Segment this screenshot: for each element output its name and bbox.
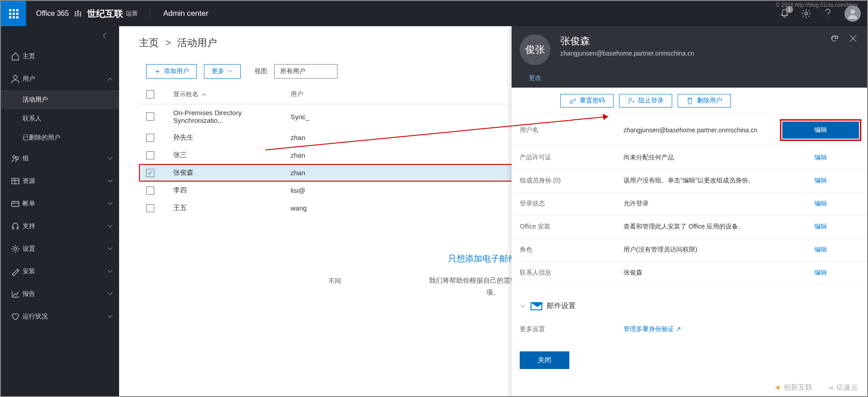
detail-name: 张俊森 [560, 34, 694, 48]
sidebar-item-support[interactable]: 支持 [1, 215, 119, 238]
add-user-button[interactable]: ＋ 添加用户 [146, 64, 197, 79]
block-icon [628, 97, 635, 104]
sidebar-label: 用户 [23, 75, 101, 83]
chevron-down-icon [107, 201, 113, 206]
header-name[interactable]: 显示姓名 [173, 90, 291, 98]
button-label: 阻止登录 [638, 97, 664, 105]
sidebar-label: 安装 [23, 267, 101, 276]
edit-link[interactable]: 编辑 [782, 269, 859, 277]
edit-link[interactable]: 编辑 [782, 177, 859, 185]
sidebar-item-users[interactable]: 用户 [1, 68, 119, 90]
billing-icon [11, 199, 20, 208]
row-checkbox[interactable] [146, 204, 154, 212]
groups-icon [11, 154, 20, 163]
row-checkbox[interactable] [146, 112, 154, 121]
gear-icon [11, 244, 20, 253]
sidebar: 主页 用户 活动用户 联系人 已删除的用户 组 资源 帐单 [1, 26, 119, 396]
row-checkbox[interactable] [146, 187, 154, 195]
brand-o365: Office 365 [36, 9, 69, 18]
more-button[interactable]: 更多 [204, 64, 241, 79]
chevron-down-icon [107, 314, 113, 319]
sidebar-item-setup[interactable]: 安装 [1, 260, 119, 283]
row-name: On-Premises Directory Synchronizatio... [173, 109, 291, 124]
row-checkbox[interactable] [146, 151, 154, 159]
sidebar-sub-deleted-users[interactable]: 已删除的用户 [1, 128, 119, 147]
row-checkbox[interactable]: ✓ [146, 169, 154, 177]
sidebar-item-home[interactable]: 主页 [1, 45, 119, 68]
svg-point-4 [16, 157, 18, 159]
sidebar-item-reports[interactable]: 报告 [1, 283, 119, 305]
manage-mfa-link[interactable]: 管理多重身份验证↗ [623, 325, 681, 332]
user-icon [11, 75, 20, 84]
button-label: 删除用户 [697, 97, 722, 105]
reset-password-button[interactable]: 重置密码 [560, 94, 614, 107]
edit-link[interactable]: 编辑 [782, 121, 859, 139]
close-icon[interactable] [849, 34, 857, 42]
gear-icon [801, 9, 811, 19]
chevron-up-icon [107, 77, 113, 81]
detail-row: 登录状态允许登录编辑 [512, 192, 867, 215]
sidebar-label: 主页 [23, 52, 119, 61]
sidebar-item-resources[interactable]: 资源 [1, 170, 119, 192]
app-launcher-button[interactable] [1, 1, 26, 26]
sidebar-label: 运行状况 [23, 313, 101, 321]
help-button[interactable] [823, 9, 833, 19]
sidebar-label: 帐单 [23, 200, 101, 208]
top-bar: Office 365 由 世纪互联 运营 Admin center 1 [1, 1, 867, 26]
chevron-left-icon [102, 33, 107, 39]
breadcrumb-home[interactable]: 主页 [139, 37, 159, 48]
edit-link[interactable]: 编辑 [782, 246, 859, 254]
chart-icon [11, 290, 20, 299]
button-label: 重置密码 [580, 97, 605, 105]
mail-settings-section[interactable]: 邮件设置 [512, 294, 867, 318]
more-settings-row: 更多设置 管理多重身份验证↗ [512, 318, 867, 341]
notifications-button[interactable]: 1 [780, 9, 790, 19]
row-value: 尚未分配任何产品 [623, 154, 782, 162]
detail-email: zhangjunsen@basehome.partner.onmschina.c… [560, 50, 694, 57]
resources-icon [11, 177, 20, 186]
refresh-icon[interactable] [830, 34, 839, 43]
detail-header: 俊张 更改 张俊森 zhangjunsen@basehome.partner.o… [512, 26, 867, 88]
detail-rows: 用户名zhangjunsen@basehome.partner.onmschin… [512, 114, 867, 294]
svg-point-9 [629, 98, 632, 101]
edit-link[interactable]: 编辑 [782, 154, 859, 162]
headset-icon [11, 222, 20, 231]
button-label: 更多 [212, 67, 224, 75]
row-value: zhangjunsen@basehome.partner.onmschina.c… [623, 126, 782, 134]
change-photo-link[interactable]: 更改 [529, 74, 541, 82]
chevron-down-icon [227, 69, 233, 74]
chevron-down-icon [107, 179, 113, 183]
watermark-bottom: ✦ 创新互联 ∞ 亿速云 [775, 383, 858, 392]
header-checkbox-col [146, 90, 173, 98]
sidebar-item-settings[interactable]: 设置 [1, 238, 119, 260]
sidebar-sub-active-users[interactable]: 活动用户 [1, 90, 119, 109]
sidebar-label: 组 [23, 154, 101, 163]
sidebar-collapse-button[interactable] [1, 26, 119, 45]
edit-link[interactable]: 编辑 [782, 223, 859, 231]
more-settings-label: 更多设置 [520, 325, 623, 333]
sidebar-item-billing[interactable]: 帐单 [1, 192, 119, 215]
row-label: 产品许可证 [520, 154, 623, 162]
plus-icon: ＋ [154, 68, 161, 75]
sidebar-label: 资源 [23, 177, 101, 185]
breadcrumb-sep: > [162, 37, 175, 48]
svg-point-3 [13, 156, 15, 159]
row-value: 张俊森 [623, 269, 782, 277]
sidebar-sub-contacts[interactable]: 联系人 [1, 109, 119, 128]
user-detail-panel: 俊张 更改 张俊森 zhangjunsen@basehome.partner.o… [512, 26, 867, 396]
sidebar-item-groups[interactable]: 组 [1, 147, 119, 170]
sidebar-label: 报告 [23, 290, 101, 298]
settings-button[interactable] [801, 9, 811, 19]
block-signin-button[interactable]: 阻止登录 [619, 94, 672, 107]
row-name: 孙先生 [173, 133, 291, 142]
chevron-down-icon [107, 292, 113, 296]
row-checkbox[interactable] [146, 134, 154, 142]
view-selector[interactable]: 所有用户 [274, 64, 337, 79]
row-label: 登录状态 [520, 200, 623, 208]
close-button[interactable]: 关闭 [520, 351, 569, 369]
select-all-checkbox[interactable] [146, 90, 154, 98]
delete-user-button[interactable]: 删除用户 [678, 94, 731, 107]
waffle-icon [9, 9, 18, 19]
sidebar-item-health[interactable]: 运行状况 [1, 305, 119, 328]
edit-link[interactable]: 编辑 [782, 200, 859, 208]
